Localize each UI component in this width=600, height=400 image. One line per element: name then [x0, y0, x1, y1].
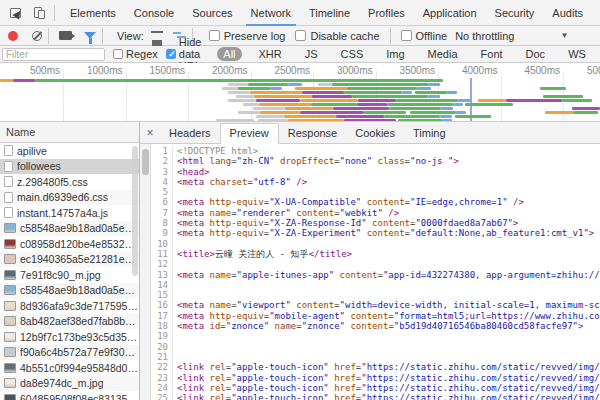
type-filter-js[interactable]: JS	[299, 47, 324, 61]
request-list-scrollbar[interactable]	[132, 146, 138, 276]
request-row[interactable]: 8ab482aef38ed7fab8bd4314	[0, 314, 139, 330]
request-row[interactable]: ec1940365a5e21281ee71856	[0, 252, 139, 268]
network-overview[interactable]	[0, 78, 600, 122]
line-number[interactable]: 10	[151, 239, 173, 249]
overview-request-bar	[428, 83, 440, 86]
preview-scrollbar-thumb[interactable]	[142, 149, 149, 175]
type-filter-doc[interactable]: Doc	[520, 47, 552, 61]
overview-request-bar	[248, 83, 288, 86]
preview-scrollbar-track[interactable]	[140, 144, 151, 400]
detail-tab-timing[interactable]: Timing	[404, 124, 455, 143]
request-row[interactable]: 12b9f7c173be93c5d35fea2d	[0, 329, 139, 345]
list-view-icon[interactable]	[151, 31, 163, 40]
tab-audits[interactable]: Audits	[543, 0, 592, 26]
line-number[interactable]: 2	[151, 156, 173, 166]
type-filter-all[interactable]: All	[217, 47, 241, 61]
line-number[interactable]: 24	[151, 383, 173, 393]
name-column-header[interactable]: Name	[0, 122, 139, 143]
request-row[interactable]: 7e91f8c90_m.jpg	[0, 267, 139, 283]
line-number[interactable]: 23	[151, 373, 173, 383]
detail-tab-response[interactable]: Response	[279, 124, 347, 143]
line-number[interactable]: 4	[151, 177, 173, 187]
tab-sources[interactable]: Sources	[183, 0, 241, 26]
request-row[interactable]: f90a6c4b572a77e9f30de153	[0, 345, 139, 361]
line-number[interactable]: 7	[151, 208, 173, 218]
regex-checkbox[interactable]	[113, 49, 123, 59]
request-name: 8d936afa9c3de7175958fae5	[20, 300, 139, 312]
line-number[interactable]: 14	[151, 280, 173, 290]
line-number[interactable]: 11	[151, 249, 173, 259]
request-row[interactable]: z.298480f5.css	[0, 174, 139, 190]
request-row[interactable]: apilive	[0, 143, 139, 159]
line-number[interactable]: 25	[151, 393, 173, 400]
line-number[interactable]: 22	[151, 362, 173, 372]
detail-tab-headers[interactable]: Headers	[160, 124, 220, 143]
line-number[interactable]: 13	[151, 270, 173, 280]
overview-request-bar	[415, 91, 447, 94]
line-number[interactable]: 19	[151, 331, 173, 341]
tab-security[interactable]: Security	[486, 0, 544, 26]
type-filter-img[interactable]: Img	[380, 47, 410, 61]
tab-console[interactable]: Console	[125, 0, 183, 26]
detail-tab-preview[interactable]: Preview	[220, 123, 279, 144]
html-source-view[interactable]: 1<!DOCTYPE html>2<html lang="zh-CN" drop…	[151, 144, 600, 400]
type-filter-ws[interactable]: WS	[562, 47, 592, 61]
overview-request-bar	[336, 115, 384, 118]
type-filter-css[interactable]: CSS	[335, 47, 370, 61]
line-content: <link rel="apple-touch-icon" href="https…	[173, 393, 600, 400]
line-number[interactable]: 15	[151, 290, 173, 300]
timeline-ruler[interactable]: 500ms1000ms1500ms2000ms2500ms3000ms3500m…	[0, 63, 600, 78]
line-number[interactable]: 3	[151, 167, 173, 177]
request-row[interactable]: 4b551c0f994e95848d0dda09	[0, 360, 139, 376]
offline-checkbox[interactable]	[401, 30, 412, 41]
request-row[interactable]: c58548ae9b18ad0a5e79fe4e	[0, 283, 139, 299]
line-number[interactable]: 8	[151, 218, 173, 228]
request-name: 4b551c0f994e95848d0dda09	[20, 362, 139, 374]
device-toolbar-icon[interactable]	[32, 5, 48, 21]
chevron-down-icon[interactable]: ▼	[560, 31, 568, 40]
request-row[interactable]: c08958d120be4e853230649	[0, 236, 139, 252]
tab-network[interactable]: Network	[242, 0, 300, 26]
record-button[interactable]	[8, 31, 18, 41]
type-filter-media[interactable]: Media	[422, 47, 464, 61]
line-number[interactable]: 21	[151, 352, 173, 362]
screenshot-capture-icon[interactable]	[59, 31, 72, 40]
ruler-tick	[126, 71, 127, 78]
request-row[interactable]: 8d936afa9c3de7175958fae5	[0, 298, 139, 314]
ruler-label: 1500ms	[133, 65, 185, 76]
tab-profiles[interactable]: Profiles	[359, 0, 414, 26]
tab-application[interactable]: Application	[414, 0, 486, 26]
request-row[interactable]: 604859508f08ec8313573f0e7	[0, 391, 139, 400]
line-number[interactable]: 1	[151, 146, 173, 156]
request-row[interactable]: followees	[0, 159, 139, 175]
disable-cache-checkbox[interactable]	[295, 30, 306, 41]
request-row[interactable]: main.d6939ed6.css	[0, 190, 139, 206]
request-row[interactable]: instant.14757a4a.js	[0, 205, 139, 221]
type-filter-xhr[interactable]: XHR	[253, 47, 288, 61]
tab-elements[interactable]: Elements	[61, 0, 125, 26]
request-row[interactable]: c58548ae9b18ad0a5e79fe4e	[0, 221, 139, 237]
throttling-select[interactable]: No throttling	[455, 30, 514, 42]
filter-icon[interactable]	[84, 32, 96, 39]
overview-request-bar	[453, 103, 463, 106]
line-number[interactable]: 9	[151, 228, 173, 238]
line-number[interactable]: 18	[151, 321, 173, 331]
line-number[interactable]: 16	[151, 300, 173, 310]
detail-tab-cookies[interactable]: Cookies	[346, 124, 404, 143]
filter-bar: Regex Hide data URLs AllXHRJSCSSImgMedia…	[0, 46, 600, 63]
type-filter-font[interactable]: Font	[475, 47, 509, 61]
hide-data-urls-checkbox[interactable]	[166, 49, 176, 59]
line-number[interactable]: 6	[151, 197, 173, 207]
line-number[interactable]: 17	[151, 311, 173, 321]
request-row[interactable]: da8e974dc_m.jpg	[0, 376, 139, 392]
close-icon[interactable]: ×	[140, 123, 160, 143]
line-number[interactable]: 5	[151, 187, 173, 197]
tab-adblock-plus[interactable]: Adblock Plus	[592, 0, 600, 26]
preserve-log-checkbox[interactable]	[209, 30, 220, 41]
tab-timeline[interactable]: Timeline	[300, 0, 359, 26]
line-number[interactable]: 12	[151, 259, 173, 269]
line-number[interactable]: 20	[151, 342, 173, 352]
clear-button[interactable]	[32, 31, 42, 41]
inspect-element-icon[interactable]	[8, 5, 24, 21]
filter-input[interactable]	[2, 48, 105, 61]
